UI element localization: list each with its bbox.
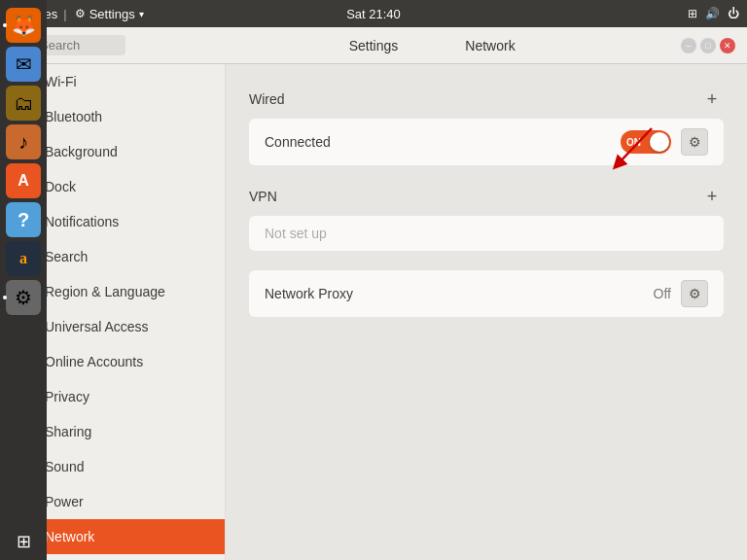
network-icon[interactable]: ⊞: [688, 7, 697, 20]
vpn-not-setup-label: Not set up: [265, 226, 708, 241]
proxy-settings-button[interactable]: ⚙: [681, 280, 708, 307]
dock-icon-firefox[interactable]: 🦊: [6, 8, 41, 43]
topbar-appname: ⚙ Settings ▾: [75, 7, 144, 21]
appgrid-icon: ⊞: [17, 532, 31, 551]
titlebar: 🔍 Settings Network – □ ✕: [0, 27, 747, 64]
sidebar-item-label-background: Background: [45, 144, 118, 159]
dock-icon-software[interactable]: A: [6, 163, 41, 198]
wired-section: Wired + Connected ON ⚙: [249, 88, 724, 165]
chevron-down-icon: ▾: [139, 9, 144, 19]
topbar-system-icons: ⊞ 🔊 ⏻: [688, 7, 739, 20]
sidebar-item-label-dock: Dock: [45, 179, 76, 194]
toggle-on-label: ON: [626, 137, 641, 148]
vpn-add-button[interactable]: +: [700, 185, 724, 208]
sidebar-item-label-sharing: Sharing: [45, 424, 91, 439]
app-window: Activities | ⚙ Settings ▾ Sat 21:40 ⊞ 🔊 …: [0, 0, 747, 560]
wired-toggle[interactable]: ON: [621, 130, 671, 154]
proxy-value: Off: [654, 286, 671, 301]
titlebar-left-title: Settings: [349, 38, 399, 53]
minimize-button[interactable]: –: [681, 38, 696, 53]
vpn-section-header: VPN +: [249, 185, 724, 208]
settings-icon: ⚙: [75, 7, 86, 20]
toggle-knob: [650, 132, 669, 152]
sidebar-item-label-universal: Universal Access: [45, 319, 149, 334]
vpn-card: Not set up: [249, 216, 724, 251]
window-wrapper: 🦊 ✉ 🗂 ♪ A ? a ⚙: [0, 27, 747, 560]
sidebar-item-label-online-accounts: Online Accounts: [45, 354, 143, 369]
amazon-icon: a: [19, 250, 27, 267]
topbar: Activities | ⚙ Settings ▾ Sat 21:40 ⊞ 🔊 …: [0, 0, 747, 27]
main-panel: Wired + Connected ON ⚙: [226, 64, 747, 560]
wired-title: Wired: [249, 91, 285, 107]
wired-add-button[interactable]: +: [700, 88, 724, 111]
proxy-gear-icon: ⚙: [689, 286, 701, 301]
gear-icon: ⚙: [15, 286, 32, 309]
sidebar-item-label-power: Power: [45, 494, 84, 509]
window-controls: – □ ✕: [681, 38, 735, 53]
wired-settings-button[interactable]: ⚙: [681, 128, 708, 156]
power-icon[interactable]: ⏻: [728, 7, 739, 20]
sidebar-item-label-search: Search: [45, 249, 88, 264]
settings-title: Settings: [349, 38, 399, 53]
dock-icon-settings[interactable]: ⚙: [6, 280, 41, 315]
wired-section-header: Wired +: [249, 88, 724, 111]
network-title: Network: [465, 38, 515, 53]
vpn-title: VPN: [249, 189, 277, 204]
sidebar-item-label-region: Region & Language: [45, 284, 165, 299]
wired-card: Connected ON ⚙: [249, 119, 724, 165]
dock-icon-help[interactable]: ?: [6, 202, 41, 237]
maximize-button[interactable]: □: [700, 38, 716, 53]
dock-icon-appgrid[interactable]: ⊞: [17, 531, 31, 552]
dock-icon-music[interactable]: ♪: [6, 124, 41, 159]
active-dot: [3, 23, 7, 27]
sidebar-item-label-notifications: Notifications: [45, 214, 119, 229]
dock-icon-amazon[interactable]: a: [6, 241, 41, 276]
search-input[interactable]: [40, 38, 118, 52]
dock: 🦊 ✉ 🗂 ♪ A ? a ⚙: [0, 0, 47, 560]
sidebar-item-label-bluetooth: Bluetooth: [45, 109, 102, 124]
close-button[interactable]: ✕: [720, 38, 735, 53]
settings-window: 🔍 Settings Network – □ ✕: [0, 27, 747, 560]
email-icon: ✉: [16, 52, 32, 76]
proxy-row: Network Proxy Off ⚙: [249, 270, 724, 317]
music-icon: ♪: [18, 131, 28, 154]
firefox-icon: 🦊: [12, 14, 36, 37]
vpn-section: VPN + Not set up: [249, 185, 724, 251]
files-icon: 🗂: [14, 92, 33, 115]
vpn-not-setup-row: Not set up: [249, 216, 724, 251]
sidebar-item-label-privacy: Privacy: [45, 389, 89, 404]
sidebar-item-label-network: Network: [45, 529, 94, 544]
topbar-app-label: Settings: [89, 7, 135, 21]
software-center-icon: A: [18, 172, 29, 190]
connected-label: Connected: [265, 134, 611, 150]
sidebar-item-label-wifi: Wi-Fi: [45, 74, 77, 89]
proxy-card: Network Proxy Off ⚙: [249, 270, 724, 317]
wired-connected-row: Connected ON ⚙: [249, 119, 724, 165]
gear-settings-icon: ⚙: [689, 134, 701, 150]
proxy-label: Network Proxy: [265, 286, 644, 301]
sound-icon[interactable]: 🔊: [705, 7, 720, 20]
network-proxy-section: Network Proxy Off ⚙: [249, 270, 724, 317]
titlebar-right-title: Network: [465, 38, 515, 53]
content-area: 📶 Wi-Fi B Bluetooth 🖼 Background ☰ Dock: [0, 64, 747, 560]
dock-icon-files[interactable]: 🗂: [6, 86, 41, 121]
active-dot-settings: [3, 296, 7, 299]
sidebar-item-label-sound: Sound: [45, 459, 84, 474]
topbar-time: Sat 21:40: [346, 7, 401, 21]
help-icon: ?: [18, 209, 29, 231]
dock-icon-email[interactable]: ✉: [6, 47, 41, 82]
